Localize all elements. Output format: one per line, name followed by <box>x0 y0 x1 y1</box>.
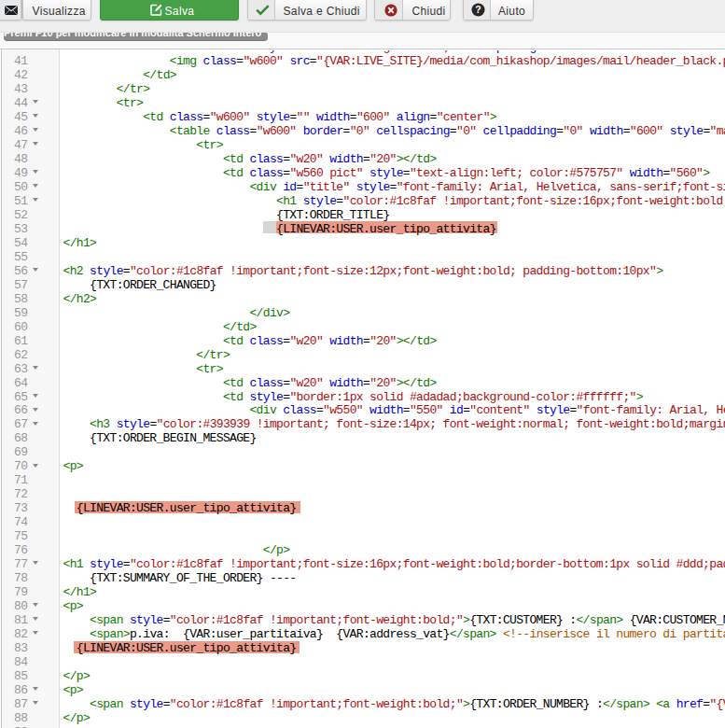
svg-text:?: ? <box>475 4 481 15</box>
